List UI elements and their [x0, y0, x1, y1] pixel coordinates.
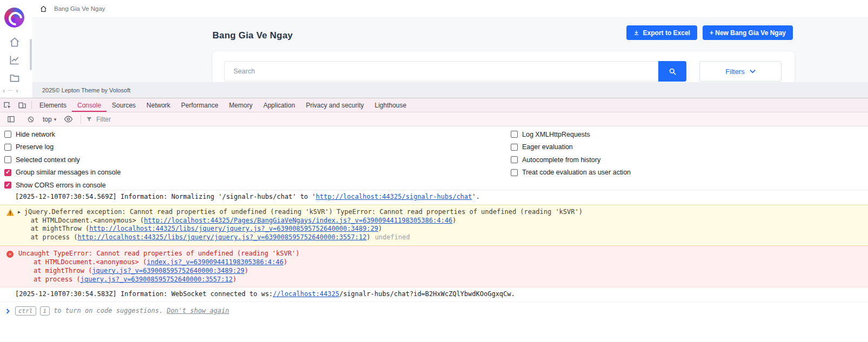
- breadcrumb-home-icon[interactable]: [40, 5, 47, 12]
- checkbox-show-cors-errors[interactable]: Show CORS errors in console: [4, 179, 121, 192]
- stack-source-link[interactable]: index.js?_v=639009441198305386:4:46: [147, 258, 284, 266]
- download-icon: [633, 30, 639, 36]
- export-to-excel-button[interactable]: Export to Excel: [626, 25, 697, 40]
- console-url-link[interactable]: //localhost:44325: [273, 290, 339, 298]
- tab-elements[interactable]: Elements: [34, 98, 72, 112]
- message-text: '.: [472, 193, 479, 200]
- checkbox-icon: [511, 169, 518, 176]
- settings-left-column: Hide network Preserve log Selected conte…: [4, 128, 121, 192]
- chevron-down-icon: ▾: [54, 117, 57, 122]
- stack-source-link[interactable]: jquery.js?_v=639008595752640000:3489:29: [92, 267, 244, 274]
- stack-text: at HTMLDocument.<anonymous> (: [34, 258, 147, 266]
- checkbox-autocomplete-from-history[interactable]: Autocomplete from history: [511, 153, 631, 166]
- inspect-element-icon[interactable]: [0, 98, 15, 112]
- stack-text: at process (: [34, 276, 81, 283]
- stack-text: ): [378, 225, 382, 232]
- ctrl-key-badge: ctrl: [15, 306, 36, 316]
- i-key-badge: i: [40, 306, 50, 316]
- checkbox-icon: [4, 144, 11, 151]
- sidebar-home-icon[interactable]: [9, 37, 20, 48]
- undefined-value: undefined: [375, 233, 410, 241]
- device-toolbar-icon[interactable]: [15, 98, 29, 112]
- checkbox-selected-context-only[interactable]: Selected context only: [4, 153, 121, 166]
- search-card: Filters: [212, 51, 794, 82]
- app-topbar: Bang Gia Ve Ngay: [32, 0, 868, 18]
- checkbox-icon: [511, 131, 518, 138]
- dont-show-again-link[interactable]: Don't show again: [166, 307, 229, 316]
- tab-performance[interactable]: Performance: [176, 98, 224, 112]
- stack-text: at mightThrow (: [31, 225, 89, 232]
- app-logo[interactable]: [4, 8, 24, 28]
- stack-frame: at mightThrow (jquery.js?_v=639008595752…: [18, 267, 299, 276]
- export-to-excel-label: Export to Excel: [643, 29, 690, 37]
- sidebar-pager: ‹ ··· ›: [3, 87, 18, 94]
- tab-privacy-and-security[interactable]: Privacy and security: [301, 98, 369, 112]
- console-filter-input[interactable]: Filter: [86, 116, 111, 123]
- console-settings: Hide network Preserve log Selected conte…: [0, 126, 868, 190]
- checkbox-preserve-log[interactable]: Preserve log: [4, 141, 121, 154]
- app-footer: 2025© Lepton Theme by Volosoft: [32, 82, 868, 98]
- sidebar-chart-icon[interactable]: [9, 55, 20, 65]
- stack-source-link[interactable]: http://localhost:44325/libs/jquery/jquer…: [78, 233, 367, 241]
- code-suggestions-hint: ctrl i to turn on code suggestions. Don'…: [15, 306, 229, 316]
- stack-source-link[interactable]: http://localhost:44325/Pages/BangGiaVeNg…: [144, 217, 452, 224]
- stack-text: ): [283, 258, 287, 266]
- stack-text: ): [232, 276, 236, 283]
- checkbox-treat-code-evaluation-as-user-action[interactable]: Treat code evaluation as user action: [511, 166, 631, 179]
- live-expression-eye-icon[interactable]: [61, 115, 76, 124]
- search-input[interactable]: [224, 61, 658, 82]
- tab-console[interactable]: Console: [72, 98, 106, 112]
- filters-button[interactable]: Filters: [699, 61, 782, 82]
- sidebar-menu: [0, 37, 29, 83]
- error-title: Uncaught TypeError: Cannot read properti…: [18, 250, 299, 258]
- sidebar-folder-icon[interactable]: [9, 72, 20, 83]
- sidebar-prev-icon[interactable]: ‹: [3, 87, 5, 94]
- filter-funnel-icon: [86, 116, 92, 123]
- checkbox-icon: [4, 156, 11, 163]
- checkbox-group-similar-messages[interactable]: Group similar messages in console: [4, 166, 121, 179]
- context-label: top: [43, 116, 52, 123]
- page-title: Bang Gia Ve Ngay: [212, 30, 293, 41]
- warning-body: jQuery.Deferred exception: Cannot read p…: [24, 208, 583, 242]
- console-sidebar-icon[interactable]: [4, 115, 18, 123]
- new-bang-gia-ve-ngay-button[interactable]: + New Bang Gia Ve Ngay: [703, 25, 793, 40]
- search-button[interactable]: [658, 61, 686, 82]
- warning-summary: jQuery.Deferred exception: Cannot read p…: [24, 208, 583, 217]
- sidebar-next-icon[interactable]: ›: [16, 87, 18, 94]
- stack-text: ): [366, 233, 370, 241]
- tab-sources[interactable]: Sources: [106, 98, 141, 112]
- tab-lighthouse[interactable]: Lighthouse: [369, 98, 412, 112]
- context-selector[interactable]: top ▾: [43, 116, 56, 123]
- console-url-link[interactable]: http://localhost:44325/signalr-hubs/chat: [316, 193, 472, 200]
- checkbox-log-xmlhttprequests[interactable]: Log XMLHttpRequests: [511, 128, 631, 141]
- tab-application[interactable]: Application: [258, 98, 301, 112]
- checkbox-icon: [4, 131, 11, 138]
- stack-text: ): [452, 217, 456, 224]
- clear-console-icon[interactable]: [23, 116, 38, 123]
- stack-source-link[interactable]: http://localhost:44325/libs/jquery/jquer…: [89, 225, 378, 232]
- expand-arrow-icon[interactable]: ▶: [18, 210, 21, 242]
- new-bang-gia-ve-ngay-label: + New Bang Gia Ve Ngay: [710, 29, 786, 37]
- tab-memory[interactable]: Memory: [224, 98, 258, 112]
- footer-text: 2025© Lepton Theme by Volosoft: [42, 87, 130, 93]
- message-text: [2025-12-10T07:30:54.583Z] Information: …: [15, 290, 273, 298]
- devtools-tabbar: Elements Console Sources Network Perform…: [0, 98, 868, 112]
- checkbox-hide-network[interactable]: Hide network: [4, 128, 121, 141]
- stack-source-link[interactable]: jquery.js?_v=639008595752640000:3557:12: [81, 276, 233, 283]
- page-actions: Export to Excel + New Bang Gia Ve Ngay: [626, 25, 793, 40]
- breadcrumb[interactable]: Bang Gia Ve Ngay: [54, 5, 105, 12]
- stack-frame: at mightThrow (http://localhost:44325/li…: [24, 225, 583, 233]
- stack-frame: at process (http://localhost:44325/libs/…: [24, 233, 583, 242]
- tab-network[interactable]: Network: [141, 98, 176, 112]
- console-prompt[interactable]: ctrl i to turn on code suggestions. Don'…: [0, 302, 868, 320]
- divider: [81, 115, 81, 124]
- prompt-chevron-icon: [5, 308, 10, 314]
- checkbox-icon: [511, 156, 518, 163]
- stack-frame: at HTMLDocument.<anonymous> (http://loca…: [24, 217, 583, 225]
- sidebar-scrollbar[interactable]: [30, 39, 32, 70]
- checkbox-eager-evaluation[interactable]: Eager evaluation: [511, 141, 631, 154]
- console-info-message: [2025-12-10T07:30:54.583Z] Information: …: [0, 287, 868, 302]
- stack-text: ): [244, 267, 248, 274]
- console-toolbar: top ▾ Filter: [0, 112, 868, 126]
- console-messages: [2025-12-10T07:30:54.569Z] Information: …: [0, 190, 868, 320]
